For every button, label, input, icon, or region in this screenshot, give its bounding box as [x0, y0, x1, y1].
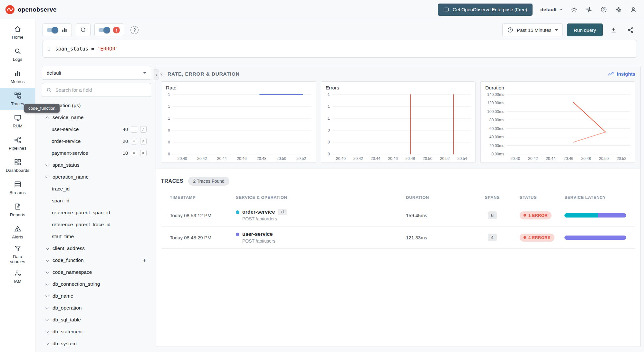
- field-expand-toggle[interactable]: [45, 319, 50, 321]
- help-icon[interactable]: ?: [600, 6, 607, 13]
- topbar-right: Get OpenObserve Enterprise (Free) defaul…: [438, 4, 637, 16]
- trace-row[interactable]: Today 08:53:12 PM order-service +1 POST …: [161, 204, 635, 227]
- sidebar-item-label: Home: [5, 35, 30, 40]
- field-row-code_function[interactable]: code_function +: [42, 254, 151, 266]
- run-query-button[interactable]: Run query: [567, 23, 603, 36]
- sidebar-item-logs[interactable]: Logs: [0, 43, 35, 66]
- field-row-trace_id[interactable]: trace_id: [42, 183, 151, 195]
- field-expand-toggle[interactable]: [45, 342, 50, 345]
- add-field-button[interactable]: +: [143, 257, 147, 264]
- field-row-db_sql_table[interactable]: db_sql_table: [42, 314, 151, 326]
- field-expand-toggle[interactable]: [45, 307, 50, 309]
- toolbar-right-group: Past 15 Minutes Run query: [502, 23, 637, 36]
- histogram-toggle-box[interactable]: [43, 23, 72, 36]
- svg-text:1: 1: [168, 116, 170, 121]
- field-expand-toggle[interactable]: [45, 330, 50, 333]
- field-row-order-service[interactable]: order-service 20 = ≠: [42, 135, 151, 147]
- error-filter-toggle-box[interactable]: !: [94, 23, 124, 36]
- field-value-count: 10: [123, 151, 128, 156]
- field-row-db_name[interactable]: db_name: [42, 290, 151, 302]
- field-row-service_name[interactable]: service_name: [42, 111, 151, 123]
- logs-search-icon: [14, 47, 22, 55]
- field-search-input[interactable]: [55, 87, 147, 93]
- field-row-db_operation[interactable]: db_operation: [42, 302, 151, 314]
- equals-filter-button[interactable]: =: [131, 126, 137, 133]
- share-button[interactable]: [624, 23, 637, 36]
- field-expand-toggle[interactable]: [45, 259, 50, 262]
- field-row-operation_name[interactable]: operation_name: [42, 171, 151, 183]
- field-row-client_address[interactable]: client_address: [42, 242, 151, 254]
- sidebar-item-pipelines[interactable]: Pipelines: [0, 132, 35, 154]
- equals-filter-button[interactable]: =: [131, 138, 137, 144]
- field-expand-toggle[interactable]: [45, 176, 50, 178]
- download-button[interactable]: [607, 23, 620, 36]
- field-row-span_id[interactable]: span_id: [42, 195, 151, 207]
- field-row-db_statement[interactable]: db_statement: [42, 326, 151, 338]
- not-equals-filter-button[interactable]: ≠: [140, 138, 147, 144]
- chart-title: Rate: [161, 82, 316, 91]
- sidebar-item-metrics[interactable]: Metrics: [0, 66, 35, 88]
- chevron-icon: [45, 305, 49, 309]
- trending-up-icon: [607, 70, 614, 77]
- trace-row[interactable]: Today 08:48:29 PM user-service POST /api…: [161, 227, 635, 249]
- stream-selector[interactable]: default: [42, 66, 151, 80]
- field-row-reference_parent_span_id[interactable]: reference_parent_span_id: [42, 207, 151, 218]
- user-profile-icon[interactable]: [630, 6, 637, 13]
- field-expand-toggle[interactable]: [45, 283, 50, 285]
- red-section-title-row[interactable]: RATE, ERROR & DURATION: [161, 71, 240, 77]
- trace-status-cell: 4 ERRORS: [520, 234, 564, 242]
- traces-found-badge: 2 Traces Found: [188, 177, 229, 186]
- slack-icon[interactable]: [585, 6, 592, 13]
- time-range-selector[interactable]: Past 15 Minutes: [502, 23, 563, 36]
- field-row-user-service[interactable]: user-service 40 = ≠: [42, 123, 151, 135]
- sidebar-item-label: Data sources: [5, 254, 30, 264]
- sidebar-item-home[interactable]: Home: [0, 21, 35, 43]
- field-row-span_status[interactable]: span_status: [42, 159, 151, 171]
- chevron-icon: [45, 116, 49, 120]
- field-expand-toggle[interactable]: [45, 116, 50, 119]
- field-expand-toggle[interactable]: [45, 164, 50, 166]
- chevron-icon: [45, 258, 49, 261]
- refresh-box[interactable]: [76, 23, 91, 36]
- field-row-db_connection_string[interactable]: db_connection_string: [42, 278, 151, 290]
- column-header-status: STATUS: [520, 195, 564, 200]
- not-equals-filter-button[interactable]: ≠: [140, 126, 147, 133]
- equals-filter-button[interactable]: =: [131, 150, 137, 156]
- query-editor[interactable]: 1 span_status = 'ERROR': [43, 40, 637, 58]
- settings-gear-icon[interactable]: [615, 6, 622, 13]
- sidebar-item-rum[interactable]: RUM: [0, 110, 35, 132]
- collapse-fields-button[interactable]: ‹: [154, 69, 159, 80]
- sidebar-item-reports[interactable]: Reports: [0, 199, 35, 221]
- field-row-db_system[interactable]: db_system: [42, 338, 151, 347]
- field-name: reference_parent_span_id: [52, 210, 110, 216]
- field-row-code_namespace[interactable]: code_namespace: [42, 266, 151, 278]
- field-expand-toggle[interactable]: [45, 271, 50, 273]
- error-filter-toggle[interactable]: [99, 28, 110, 32]
- field-search[interactable]: [42, 83, 151, 97]
- not-equals-filter-button[interactable]: ≠: [140, 150, 147, 156]
- field-row-start_time[interactable]: start_time: [42, 230, 151, 242]
- svg-text:20:42: 20:42: [528, 156, 538, 161]
- theme-toggle-sun-icon[interactable]: [571, 6, 578, 13]
- org-selector[interactable]: default: [540, 7, 563, 13]
- svg-text:?: ?: [603, 8, 605, 11]
- sidebar-item-alerts[interactable]: Alerts: [0, 221, 35, 243]
- insights-link[interactable]: Insights: [607, 70, 635, 77]
- svg-text:1: 1: [328, 92, 330, 97]
- field-row-payment-service[interactable]: payment-service 10 = ≠: [42, 147, 151, 159]
- field-row-reference_parent_trace_id[interactable]: reference_parent_trace_id: [42, 218, 151, 230]
- enterprise-button[interactable]: Get OpenObserve Enterprise (Free): [438, 4, 533, 16]
- sidebar-item-dashboards[interactable]: Dashboards: [0, 154, 35, 177]
- sidebar-item-data-sources[interactable]: Data sources: [0, 243, 35, 265]
- query-help-icon[interactable]: ?: [130, 26, 139, 34]
- histogram-toggle[interactable]: [47, 28, 58, 32]
- sidebar-item-streams[interactable]: Streams: [0, 177, 35, 199]
- svg-text:20:46: 20:46: [237, 156, 246, 161]
- sidebar-item-iam[interactable]: IAM: [0, 265, 35, 288]
- field-expand-toggle[interactable]: [45, 295, 50, 297]
- chevron-icon: [45, 329, 49, 333]
- logo[interactable]: openobserve: [5, 5, 56, 14]
- field-name: reference_parent_trace_id: [52, 222, 111, 227]
- field-expand-toggle[interactable]: [45, 247, 50, 250]
- column-header-timestamp: TIMESTAMP: [170, 195, 236, 200]
